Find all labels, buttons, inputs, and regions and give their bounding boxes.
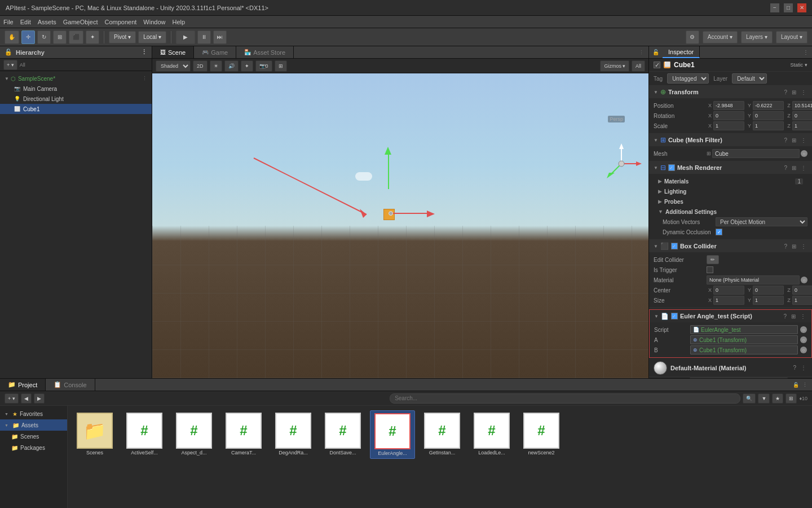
play-button[interactable]: ▶ [176, 30, 195, 44]
is-trigger-checkbox[interactable] [707, 266, 713, 273]
asset-degrandra[interactable]: # DegAndRa... [271, 410, 316, 459]
sc-x-input[interactable]: 1 [713, 121, 744, 130]
transform-header[interactable]: ▼ ⊕ Transform ? ⊞ ⋮ [649, 86, 812, 98]
menu-edit[interactable]: Edit [20, 19, 31, 25]
lighting-section[interactable]: ▶ Lighting [654, 186, 807, 196]
grid-button[interactable]: ⊞ [275, 60, 287, 72]
project-back-btn[interactable]: ◀ [21, 393, 32, 404]
mesh-filter-menu[interactable]: ⋮ [800, 137, 807, 143]
x-axis-handle[interactable] [392, 213, 429, 214]
transform-menu-btn[interactable]: ⋮ [800, 89, 807, 95]
b-select-btn[interactable]: ○ [800, 347, 807, 353]
scene-gizmo[interactable] [599, 141, 644, 186]
hierarchy-item-scene[interactable]: ▼ ⬡ SampleScene* ⋮ [0, 73, 152, 84]
all-button[interactable]: All [632, 60, 645, 72]
maximize-button[interactable]: □ [784, 3, 793, 12]
filter-btn[interactable]: ▼ [758, 393, 770, 404]
tab-asset-store[interactable]: 🏪 Asset Store [236, 46, 294, 58]
cy-input[interactable]: 0 [753, 286, 784, 295]
mesh-renderer-header[interactable]: ▼ ⊟ ✓ Mesh Renderer ? ⊞ ⋮ [649, 161, 812, 174]
hierarchy-menu-icon[interactable]: ⋮ [141, 49, 147, 56]
sidebar-scenes[interactable]: 📁 Scenes [0, 431, 67, 442]
b-value[interactable]: ⊕ Cube1 (Transform) [690, 345, 798, 354]
menu-assets[interactable]: Assets [38, 19, 56, 25]
bc-presets[interactable]: ⊞ [791, 243, 797, 249]
tab-inspector[interactable]: Inspector [663, 46, 700, 58]
asset-eulerangle[interactable]: # EulerAngle... [370, 410, 415, 459]
script-select-btn[interactable]: ○ [800, 326, 807, 333]
dynamic-checkbox[interactable]: ✓ [716, 229, 722, 235]
script-header[interactable]: ▼ 📄 ✓ Euler Angle_test (Script) ? ⊞ ⋮ [650, 310, 811, 322]
hierarchy-item-camera[interactable]: Main Camera [0, 84, 152, 94]
hand-tool[interactable]: ✋ [5, 30, 19, 44]
local-button[interactable]: Local ▾ [138, 31, 166, 43]
rot-z-input[interactable]: 0 [792, 111, 812, 120]
viewport-menu[interactable]: ⋮ [639, 50, 644, 55]
rotate-tool[interactable]: ↻ [37, 30, 51, 44]
step-button[interactable]: ⏭ [213, 30, 227, 44]
script-presets[interactable]: ⊞ [790, 313, 797, 319]
inspector-menu[interactable]: ⋮ [800, 46, 812, 58]
scene-options[interactable]: ⋮ [142, 76, 147, 81]
bc-help[interactable]: ? [783, 243, 788, 249]
menu-window[interactable]: Window [143, 19, 165, 25]
hierarchy-add-btn[interactable]: + ▾ [3, 60, 17, 70]
mesh-filter-presets[interactable]: ⊞ [791, 137, 797, 143]
move-tool[interactable]: ✛ [21, 30, 35, 44]
additional-section[interactable]: ▼ Additional Settings [654, 207, 807, 217]
audio-button[interactable]: 🔊 [224, 60, 239, 72]
transform-center[interactable] [389, 211, 393, 216]
search-btn[interactable]: 🔍 [743, 393, 756, 404]
sz-z-input[interactable]: 1 [792, 296, 812, 305]
sz-x-input[interactable]: 1 [713, 296, 744, 305]
transform-help-btn[interactable]: ? [783, 89, 788, 95]
bc-menu[interactable]: ⋮ [800, 243, 807, 249]
a-value[interactable]: ⊕ Cube1 (Transform) [690, 335, 798, 344]
asset-getinstan[interactable]: # GetInstan... [420, 410, 465, 459]
cz-input[interactable]: 0 [792, 286, 812, 295]
probes-section[interactable]: ▶ Probes [654, 196, 807, 207]
asset-loadedle[interactable]: # LoadedLe... [469, 410, 514, 459]
material-select-btn[interactable]: ○ [801, 277, 807, 283]
hierarchy-item-cube[interactable]: Cube1 [0, 104, 152, 114]
mr-menu[interactable]: ⋮ [800, 165, 807, 171]
close-button[interactable]: ✕ [797, 3, 806, 12]
hierarchy-item-light[interactable]: Directional Light [0, 94, 152, 104]
viewport-canvas[interactable]: Persp [152, 73, 648, 378]
pause-button[interactable]: ⏸ [197, 30, 211, 44]
inspector-lock-icon[interactable]: 🔓 [649, 46, 663, 58]
box-collider-enabled[interactable]: ✓ [671, 243, 678, 249]
a-select-btn[interactable]: ○ [800, 336, 807, 343]
fx-button[interactable]: ✦ [241, 60, 253, 72]
bottom-menu-icon[interactable]: ⋮ [802, 382, 807, 388]
layer-select[interactable]: Default [732, 73, 767, 84]
sc-y-input[interactable]: 1 [753, 121, 784, 130]
gizmos-button[interactable]: Gizmos ▾ [600, 60, 629, 72]
rot-y-input[interactable]: 0 [753, 111, 784, 120]
layers-button[interactable]: Layers ▾ [741, 31, 773, 43]
sidebar-favorites[interactable]: ▼ ★ Favorites [0, 408, 67, 419]
mesh-renderer-enabled[interactable]: ✓ [668, 164, 675, 171]
script-enabled[interactable]: ✓ [671, 313, 678, 319]
mat-help[interactable]: ? [792, 365, 797, 371]
mr-help[interactable]: ? [783, 165, 788, 171]
rot-x-input[interactable]: 0 [713, 111, 744, 120]
materials-section[interactable]: ▶ Materials 1 [654, 176, 807, 186]
search-input[interactable] [390, 393, 740, 404]
rect-tool[interactable]: ⬛ [69, 30, 83, 44]
script-menu[interactable]: ⋮ [799, 313, 807, 319]
layout-button[interactable]: Layout ▾ [776, 31, 807, 43]
collab-button[interactable]: ⚙ [686, 30, 699, 44]
motion-select[interactable]: Per Object Motion [716, 217, 807, 226]
mesh-filter-help[interactable]: ? [783, 137, 788, 143]
menu-file[interactable]: File [3, 19, 14, 25]
edit-collider-btn[interactable]: ✏ [707, 255, 719, 264]
transform-tool[interactable]: ✦ [86, 30, 99, 44]
transform-presets-btn[interactable]: ⊞ [791, 89, 797, 95]
tab-project[interactable]: 📁 Project [0, 379, 46, 391]
script-help[interactable]: ? [782, 313, 788, 319]
bottom-lock-icon[interactable]: 🔓 [793, 382, 799, 388]
menu-component[interactable]: Component [104, 19, 136, 25]
menu-gameobject[interactable]: GameObject [63, 19, 98, 25]
mesh-filter-header[interactable]: ▼ ⊞ Cube (Mesh Filter) ? ⊞ ⋮ [649, 134, 812, 146]
